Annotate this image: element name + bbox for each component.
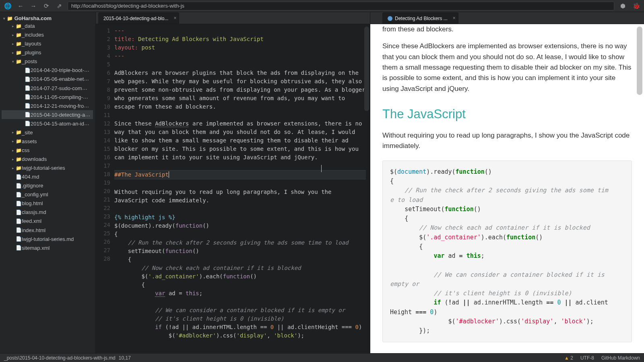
folder-icon: 📁 [15, 156, 22, 162]
preview-scrollbar-thumb[interactable] [637, 27, 642, 95]
top-toolbar: 🌐 ← → ⟳ ⇗ http://localhost/blog/detectin… [0, 0, 644, 12]
statusbar-warnings[interactable]: ▲ 2 [564, 355, 573, 361]
tree-file[interactable]: 📄2015-04-10-detecting-ad-blockers [2, 110, 93, 119]
tree-file[interactable]: 📄index.html [2, 226, 93, 234]
tree-file[interactable]: 📄lwjgl-tutorial-series.md [2, 234, 93, 243]
tree-item-label: index.html [22, 227, 45, 233]
tree-folder[interactable]: ▸📁_plugins [2, 48, 93, 57]
tree-item-label: 2014-12-21-moving-from-wordpr [31, 103, 93, 109]
tree-item-label: _config.yml [22, 191, 48, 197]
back-button[interactable]: ← [15, 2, 26, 10]
tree-file[interactable]: 📄classjs.md [2, 208, 93, 216]
warning-icon: ▲ [564, 355, 569, 361]
preview-body[interactable]: from these ad blockers. Since these AdBl… [370, 24, 644, 353]
file-icon: 📄 [24, 103, 31, 109]
preview-paragraph: Since these AdBlockers are implemented a… [382, 41, 632, 94]
tree-item-label: css [22, 147, 30, 153]
tree-item-label: .gitignore [22, 183, 43, 189]
editor-tabbar: 2015-04-10-detecting-ad-blo... × [96, 12, 370, 24]
open-external-button[interactable]: ⇗ [54, 2, 64, 10]
tree-folder[interactable]: ▾📁_posts [2, 57, 93, 66]
tree-item-label: _data [22, 23, 35, 29]
tree-file[interactable]: 📄feed.xml [2, 216, 93, 225]
editor-tab[interactable]: 2015-04-10-detecting-ad-blo... × [98, 12, 179, 24]
close-icon[interactable]: × [453, 15, 456, 21]
preview-tabbar: Detecting Ad Blockers ... × [370, 12, 644, 24]
address-url: http://localhost/blog/detecting-ad-block… [71, 3, 184, 9]
tree-folder[interactable]: ▸📁assets [2, 137, 93, 146]
preview-pane: Detecting Ad Blockers ... × from these a… [370, 12, 644, 353]
file-icon: 📄 [15, 201, 22, 206]
file-icon: 📄 [24, 112, 31, 117]
file-icon: 📄 [24, 68, 31, 73]
forward-button[interactable]: → [28, 2, 39, 10]
tree-file[interactable]: 📄2014-05-06-enable-net-framewor [2, 74, 93, 83]
editor-code-area[interactable]: ---title: Detecting Ad Blockers with Jav… [114, 24, 370, 353]
devtools-button[interactable]: ⬢ [617, 2, 628, 10]
tree-item-label: 2014-11-05-compiling-wxwidgets [31, 94, 93, 100]
nav-button-group: 🌐 ← → ⟳ ⇗ [2, 2, 64, 10]
editor-body[interactable]: 1234567891011121314151617181920212223242… [96, 24, 370, 353]
tree-file[interactable]: 📄sitemap.xml [2, 243, 93, 252]
preview-tab[interactable]: Detecting Ad Blockers ... × [382, 12, 458, 24]
tree-file[interactable]: 📄2014-04-20-triple-boot-mac-osx-r [2, 66, 93, 74]
tree-file[interactable]: 📄.gitignore [2, 181, 93, 190]
folder-icon: 📁 [15, 50, 22, 56]
statusbar-path: _posts\2015-04-10-detecting-ad-blockers-… [4, 355, 116, 361]
tree-folder[interactable]: ▸📁_site [2, 128, 93, 137]
tree-folder[interactable]: ▸📁css [2, 146, 93, 154]
tree-item-label: _posts [22, 58, 37, 64]
status-bar: _posts\2015-04-10-detecting-ad-blockers-… [0, 353, 644, 362]
file-icon: 📄 [15, 245, 22, 251]
tree-file[interactable]: 📄2014-07-27-sudo-command-prom [2, 84, 93, 93]
close-icon[interactable]: × [173, 15, 176, 21]
tree-file[interactable]: 📄_config.yml [2, 190, 93, 199]
preview-heading: The JavaScript [382, 105, 632, 124]
tree-file[interactable]: 📄blog.html [2, 199, 93, 208]
tree-item-label: lwjgl-tutorial-series [22, 165, 65, 171]
tree-folder[interactable]: ▸📁_layouts [2, 39, 93, 48]
tree-folder[interactable]: ▸📁lwjgl-tutorial-series [2, 163, 93, 172]
preview-favicon-icon [388, 16, 392, 21]
tree-file[interactable]: 📄404.md [2, 172, 93, 181]
file-icon: 📄 [15, 192, 22, 197]
file-icon: 📄 [15, 236, 22, 242]
file-icon: 📄 [24, 94, 31, 100]
editor-pane: 2015-04-10-detecting-ad-blo... × 1234567… [96, 12, 370, 353]
tree-item-label: 2015-04-15-atom-an-ide-for-jekyl [31, 120, 93, 127]
tree-folder[interactable]: ▸📁_includes [2, 30, 93, 39]
tree-folder[interactable]: ▸📁downloads [2, 154, 93, 163]
address-bar[interactable]: http://localhost/blog/detecting-ad-block… [68, 2, 614, 10]
tree-file[interactable]: 📄2015-04-15-atom-an-ide-for-jekyl [2, 119, 93, 128]
file-icon: 📄 [24, 121, 31, 126]
folder-icon: 📁 [15, 23, 22, 29]
statusbar-encoding[interactable]: UTF-8 [580, 355, 594, 361]
tree-item-label: sitemap.xml [22, 245, 50, 251]
tree-item-label: classjs.md [22, 209, 46, 215]
editor-gutter: 1234567891011121314151617181920212223242… [96, 24, 114, 353]
tree-item-label: 2015-04-10-detecting-ad-blockers [31, 111, 93, 118]
globe-icon[interactable]: 🌐 [2, 2, 13, 10]
file-icon: 📄 [24, 76, 31, 82]
tree-item-label: _layouts [22, 41, 41, 47]
tree-item-label: feed.xml [22, 218, 41, 224]
tree-folder[interactable]: ▸📁_data [2, 21, 93, 30]
bug-icon[interactable]: 🐞 [631, 2, 642, 10]
tree-item-label: lwjgl-tutorial-series.md [22, 236, 74, 242]
folder-icon: 📁 [15, 138, 22, 144]
statusbar-grammar[interactable]: GitHub Markdown [601, 355, 640, 361]
file-tree[interactable]: ▾📁 GoHarsha.com ▸📁_data▸📁_includes▸📁_lay… [0, 12, 96, 353]
file-icon: 📄 [15, 227, 22, 233]
folder-icon: 📁 [15, 59, 22, 64]
preview-tab-label: Detecting Ad Blockers ... [395, 16, 448, 21]
file-icon: 📄 [15, 183, 22, 189]
project-root-folder[interactable]: ▾📁 GoHarsha.com ▸📁_data▸📁_includes▸📁_lay… [0, 14, 95, 253]
tree-file[interactable]: 📄2014-12-21-moving-from-wordpr [2, 101, 93, 110]
tree-file[interactable]: 📄2014-11-05-compiling-wxwidgets [2, 93, 93, 101]
reload-button[interactable]: ⟳ [41, 2, 52, 10]
tree-item-label: _plugins [22, 49, 41, 56]
file-icon: 📄 [15, 174, 22, 180]
tree-item-label: 2014-05-06-enable-net-framewor [31, 76, 93, 82]
tree-item-label: 2014-04-20-triple-boot-mac-osx-r [31, 67, 93, 73]
editor-scrollbar-thumb[interactable] [364, 27, 369, 111]
